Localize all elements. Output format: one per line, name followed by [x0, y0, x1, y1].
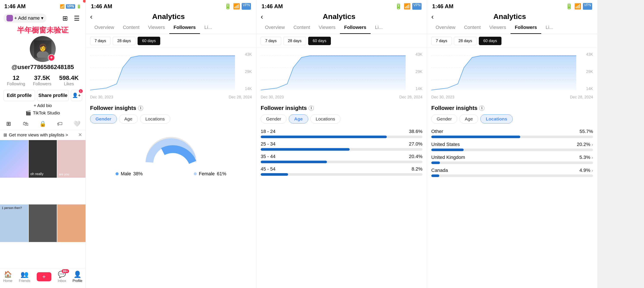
follow-icon-button[interactable]: 👤+ 1 [71, 90, 82, 101]
age-25-34-bar-fill [261, 148, 350, 151]
analytics-status-bar-1: 1:46 AM 🔋 📶 VPN [86, 0, 256, 11]
a1-date-28d[interactable]: 28 days [113, 37, 136, 45]
a3-tab-overview[interactable]: Overview [431, 22, 460, 34]
a3-date-7d[interactable]: 7 days [431, 37, 452, 45]
a3-insight-gender[interactable]: Gender [431, 114, 457, 124]
a2-y-labels: 43K 29K 14K [414, 50, 422, 93]
a1-y-29k: 29K [245, 70, 252, 74]
a3-wifi: 📶 [574, 3, 581, 10]
video-thumb-4[interactable]: 1 person then? [0, 204, 28, 242]
a1-insight-age[interactable]: Age [119, 114, 138, 124]
a2-date-60d[interactable]: 60 days [308, 37, 331, 45]
a1-insights: Follower insights ℹ Gender Age Locations [86, 101, 256, 181]
a3-tab-viewers[interactable]: Viewers [485, 22, 510, 34]
video-thumb-1[interactable] [0, 140, 28, 178]
location-us-header: United States 20.2% › [431, 142, 593, 147]
a1-tab-viewers[interactable]: Viewers [144, 22, 169, 34]
create-button[interactable]: + [37, 272, 52, 281]
tab-tagged-icon[interactable]: 🏷 [53, 118, 66, 129]
a1-insight-gender[interactable]: Gender [90, 114, 117, 124]
a1-back-button[interactable]: ‹ [90, 12, 92, 21]
location-canada-bar-bg [431, 174, 593, 177]
friends-icon: 👥 [20, 270, 28, 278]
a1-info-icon[interactable]: ℹ [138, 106, 143, 111]
avatar-wrapper: 👩 + [30, 36, 56, 62]
tab-lock-icon[interactable]: 🔒 [36, 118, 49, 129]
location-us[interactable]: United States 20.2% › [431, 142, 593, 151]
a3-insight-age[interactable]: Age [459, 114, 478, 124]
menu-button[interactable]: ☰ [71, 13, 82, 24]
a1-tab-overview[interactable]: Overview [90, 22, 118, 34]
a2-date-7d[interactable]: 7 days [261, 37, 281, 45]
playlist-close-button[interactable]: ✕ [78, 132, 82, 138]
a1-tab-followers[interactable]: Followers [169, 22, 200, 34]
a3-date-end: Dec 28, 2024 [570, 95, 593, 100]
video-thumb-2[interactable]: oh really [29, 140, 57, 178]
female-pct: 61% [217, 171, 226, 176]
a1-date-7d[interactable]: 7 days [90, 37, 110, 45]
location-uk-arrow: › [592, 155, 593, 160]
a2-insight-gender[interactable]: Gender [261, 114, 286, 124]
nav-home[interactable]: 🏠 Home [3, 270, 12, 283]
age-18-24: 18 - 24 38.6% [261, 129, 422, 138]
nav-inbox[interactable]: 💬 99+ Inbox [58, 270, 66, 283]
video-thumb-3[interactable]: are you [57, 140, 86, 178]
a2-tab-overview[interactable]: Overview [261, 22, 289, 34]
a3-time: 1:46 AM [432, 3, 454, 10]
location-uk[interactable]: United Kingdom 5.3% › [431, 154, 593, 164]
add-name-button[interactable]: + Add name ▾ [4, 14, 46, 23]
age-25-34-pct: 27.0% [409, 141, 422, 147]
a2-date-28d[interactable]: 28 days [283, 37, 306, 45]
nav-profile[interactable]: 👤 Profile [72, 270, 82, 283]
a1-status-icons: 🔋 📶 VPN [224, 3, 251, 10]
location-other-header: Other 55.7% [431, 129, 593, 134]
share-profile-button[interactable]: Share profile [37, 90, 69, 101]
a2-insight-locations[interactable]: Locations [310, 114, 340, 124]
a1-legend-male: Male 38% [116, 171, 143, 176]
tiktok-studio-link[interactable]: 🎬 TikTok Studio [0, 110, 86, 118]
video-thumb-5[interactable] [29, 204, 57, 242]
video-thumb-6[interactable] [57, 204, 86, 242]
a3-insight-locations[interactable]: Locations [480, 114, 512, 124]
location-canada-bar-fill [431, 174, 439, 177]
edit-profile-button[interactable]: Edit profile [4, 90, 35, 101]
add-bio-text[interactable]: + Add bio [0, 102, 86, 110]
location-canada-pct-arrow: 4.9% › [580, 168, 593, 173]
followers-stat[interactable]: 37.5K Followers [33, 74, 52, 86]
a1-tab-live[interactable]: Li... [200, 22, 216, 34]
location-canada[interactable]: Canada 4.9% › [431, 168, 593, 177]
a2-info-icon[interactable]: ℹ [308, 106, 314, 111]
tab-liked-icon[interactable]: 🤍 [70, 118, 83, 129]
a3-location-rows: Other 55.7% United States 20.2% [431, 128, 593, 178]
a3-tab-live[interactable]: Li... [541, 22, 558, 34]
a3-tab-content[interactable]: Content [460, 22, 485, 34]
a1-insight-locations[interactable]: Locations [140, 114, 170, 124]
a3-date-28d[interactable]: 28 days [454, 37, 477, 45]
a2-insight-age[interactable]: Age [289, 114, 308, 124]
tab-grid-icon[interactable]: ⊞ [2, 118, 15, 129]
avatar-add-button[interactable]: + [48, 54, 55, 61]
nav-friends[interactable]: 👥 Friends [19, 270, 30, 283]
calendar-icon-button[interactable]: ⊞ [60, 13, 70, 24]
a3-back-button[interactable]: ‹ [431, 12, 434, 21]
a3-tab-followers[interactable]: Followers [510, 22, 542, 34]
a1-y-labels: 43K 29K 14K [243, 50, 252, 93]
a3-date-60d[interactable]: 60 days [479, 37, 502, 45]
analytics-header-1: ‹ Analytics [86, 11, 256, 22]
following-stat[interactable]: 12 Following [7, 74, 25, 86]
a2-insights: Follower insights ℹ Gender Age Locations… [256, 101, 427, 179]
a2-tab-followers[interactable]: Followers [340, 22, 371, 34]
a1-tab-content[interactable]: Content [118, 22, 144, 34]
tab-shop-icon[interactable]: 🛍 [19, 118, 32, 129]
a2-tab-live[interactable]: Li... [370, 22, 387, 34]
analytics-header-3: ‹ Analytics [427, 11, 597, 22]
playlist-icon: ⊞ [4, 132, 7, 138]
a2-back-button[interactable]: ‹ [261, 12, 263, 21]
likes-stat[interactable]: 598.4K Likes [59, 74, 78, 86]
a2-tab-content[interactable]: Content [289, 22, 314, 34]
a1-date-60d[interactable]: 60 days [138, 37, 160, 45]
a3-info-icon[interactable]: ℹ [479, 106, 484, 111]
playlist-banner[interactable]: ⊞ Get more views with playlists > ✕ [0, 130, 86, 140]
a2-tab-viewers[interactable]: Viewers [314, 22, 340, 34]
location-us-arrow: › [592, 142, 593, 147]
